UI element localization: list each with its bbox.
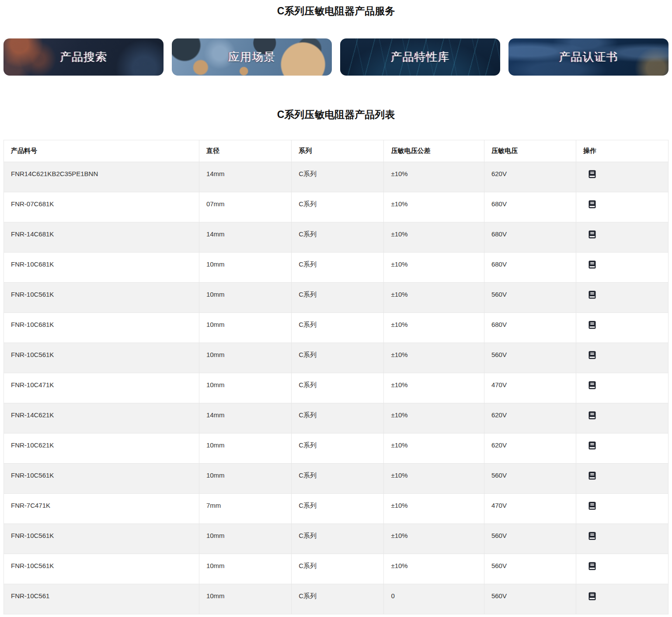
book-icon[interactable]: [588, 321, 596, 329]
cell-action: [576, 403, 668, 433]
table-row: FNR-10C681K10mmC系列±10%680V: [4, 313, 669, 343]
cell-part-no: FNR-10C561K: [4, 554, 199, 584]
cell-part-no: FNR-10C681K: [4, 253, 199, 283]
cell-diameter: 10mm: [199, 524, 291, 554]
cell-action: [576, 343, 668, 373]
table-row: FNR-10C561K10mmC系列±10%560V: [4, 343, 669, 373]
column-header: 压敏电压公差: [384, 140, 484, 162]
cell-action: [576, 464, 668, 494]
book-icon[interactable]: [588, 200, 596, 208]
cell-diameter: 10mm: [199, 464, 291, 494]
cell-diameter: 07mm: [199, 192, 291, 222]
nav-card-product-search[interactable]: 产品搜索: [3, 38, 164, 76]
cell-tolerance: ±10%: [384, 524, 484, 554]
cell-series: C系列: [292, 584, 384, 614]
cell-diameter: 10mm: [199, 313, 291, 343]
cell-tolerance: ±10%: [384, 433, 484, 464]
cell-diameter: 10mm: [199, 253, 291, 283]
cell-diameter: 10mm: [199, 584, 291, 614]
cell-tolerance: 0: [384, 584, 484, 614]
cell-action: [576, 162, 668, 192]
cell-diameter: 14mm: [199, 403, 291, 433]
cell-action: [576, 554, 668, 584]
cell-diameter: 10mm: [199, 283, 291, 313]
cell-series: C系列: [292, 222, 384, 253]
cell-tolerance: ±10%: [384, 162, 484, 192]
cell-action: [576, 373, 668, 403]
book-icon[interactable]: [588, 592, 596, 600]
nav-card-product-characteristics[interactable]: 产品特性库: [340, 38, 500, 76]
cell-voltage: 680V: [484, 222, 576, 253]
cell-part-no: FNR-07C681K: [4, 192, 199, 222]
product-table: 产品料号直径系列压敏电压公差压敏电压操作 FNR14C621KB2C35PE1B…: [3, 140, 669, 614]
column-header: 压敏电压: [484, 140, 576, 162]
cell-tolerance: ±10%: [384, 313, 484, 343]
cell-tolerance: ±10%: [384, 253, 484, 283]
cell-series: C系列: [292, 433, 384, 464]
cell-action: [576, 313, 668, 343]
book-icon[interactable]: [588, 441, 596, 450]
table-row: FNR14C621KB2C35PE1BNN14mmC系列±10%620V: [4, 162, 669, 192]
cell-tolerance: ±10%: [384, 554, 484, 584]
column-header: 直径: [199, 140, 291, 162]
cell-voltage: 560V: [484, 584, 576, 614]
cell-tolerance: ±10%: [384, 464, 484, 494]
book-icon[interactable]: [588, 532, 596, 540]
nav-card-application-scenarios[interactable]: 应用场景: [172, 38, 332, 76]
book-icon[interactable]: [588, 351, 596, 359]
book-icon[interactable]: [588, 381, 596, 389]
table-row: FNR-07C681K07mmC系列±10%680V: [4, 192, 669, 222]
table-row: FNR-14C621K14mmC系列±10%620V: [4, 403, 669, 433]
book-icon[interactable]: [588, 291, 596, 299]
cell-tolerance: ±10%: [384, 373, 484, 403]
cell-part-no: FNR-10C561K: [4, 524, 199, 554]
cell-series: C系列: [292, 313, 384, 343]
nav-card-label: 产品认证书: [559, 49, 618, 65]
table-row: FNR-10C56110mmC系列0560V: [4, 584, 669, 614]
cell-action: [576, 192, 668, 222]
cell-part-no: FNR-10C561: [4, 584, 199, 614]
cell-voltage: 560V: [484, 554, 576, 584]
book-icon[interactable]: [588, 471, 596, 480]
cell-voltage: 620V: [484, 403, 576, 433]
cell-action: [576, 433, 668, 464]
cell-voltage: 620V: [484, 433, 576, 464]
cell-action: [576, 494, 668, 524]
book-icon[interactable]: [588, 562, 596, 570]
cell-action: [576, 584, 668, 614]
cell-part-no: FNR14C621KB2C35PE1BNN: [4, 162, 199, 192]
book-icon[interactable]: [588, 260, 596, 269]
column-header: 系列: [292, 140, 384, 162]
cell-tolerance: ±10%: [384, 192, 484, 222]
nav-card-label: 产品特性库: [391, 49, 450, 65]
cell-voltage: 560V: [484, 464, 576, 494]
cell-series: C系列: [292, 192, 384, 222]
nav-cards: 产品搜索 应用场景 产品特性库 产品认证书: [3, 38, 669, 76]
table-row: FNR-14C681K14mmC系列±10%680V: [4, 222, 669, 253]
cell-voltage: 680V: [484, 313, 576, 343]
cell-voltage: 470V: [484, 373, 576, 403]
cell-part-no: FNR-10C621K: [4, 433, 199, 464]
cell-part-no: FNR-10C561K: [4, 464, 199, 494]
cell-diameter: 10mm: [199, 554, 291, 584]
cell-series: C系列: [292, 162, 384, 192]
cell-series: C系列: [292, 283, 384, 313]
cell-action: [576, 253, 668, 283]
cell-series: C系列: [292, 464, 384, 494]
book-icon[interactable]: [588, 502, 596, 510]
page-title: C系列压敏电阻器产品服务: [3, 5, 669, 17]
book-icon[interactable]: [588, 411, 596, 419]
table-row: FNR-10C681K10mmC系列±10%680V: [4, 253, 669, 283]
cell-series: C系列: [292, 554, 384, 584]
cell-diameter: 7mm: [199, 494, 291, 524]
table-row: FNR-10C561K10mmC系列±10%560V: [4, 524, 669, 554]
cell-diameter: 10mm: [199, 373, 291, 403]
book-icon[interactable]: [588, 230, 596, 239]
cell-series: C系列: [292, 373, 384, 403]
cell-part-no: FNR-10C561K: [4, 343, 199, 373]
cell-series: C系列: [292, 494, 384, 524]
column-header: 操作: [576, 140, 668, 162]
nav-card-product-certificates[interactable]: 产品认证书: [508, 38, 669, 76]
cell-diameter: 14mm: [199, 222, 291, 253]
book-icon[interactable]: [588, 170, 596, 178]
